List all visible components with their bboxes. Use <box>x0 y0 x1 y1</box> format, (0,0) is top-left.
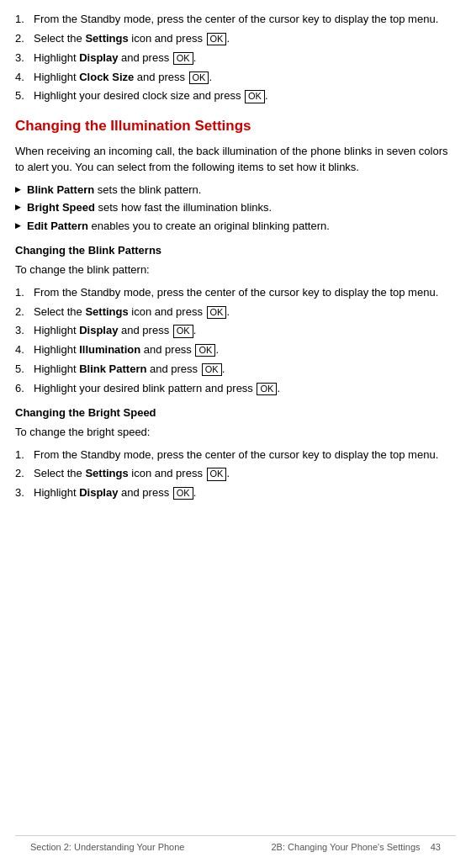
step-3: 3. Highlight Display and press OK. <box>15 50 456 66</box>
bright-speed-heading: Changing the Bright Speed <box>15 405 456 421</box>
bullet-blink-pattern: Blink Pattern sets the blink pattern. <box>15 183 456 198</box>
blink-step-1: 1. From the Standby mode, press the cent… <box>15 285 456 301</box>
illumination-bullets: Blink Pattern sets the blink pattern. Br… <box>15 183 456 236</box>
footer-section-label: Section 2: Understanding Your Phone <box>30 841 184 855</box>
step-4: 4. Highlight Clock Size and press OK. <box>15 70 456 86</box>
blink-steps: 1. From the Standby mode, press the cent… <box>15 285 456 397</box>
bright-steps: 1. From the Standby mode, press the cent… <box>15 447 456 502</box>
page-footer: Section 2: Understanding Your Phone 2B: … <box>15 835 456 855</box>
blink-step-4: 4. Highlight Illumination and press OK. <box>15 342 456 358</box>
bright-intro: To change the bright speed: <box>15 425 456 441</box>
step-1: 1. From the Standby mode, press the cent… <box>15 12 456 28</box>
bright-step-1: 1. From the Standby mode, press the cent… <box>15 447 456 463</box>
illumination-intro: When receiving an incoming call, the bac… <box>15 144 456 176</box>
step-2: 2. Select the Settings icon and press OK… <box>15 31 456 47</box>
initial-steps: 1. From the Standby mode, press the cent… <box>15 12 456 104</box>
step-5: 5. Highlight your desired clock size and… <box>15 88 456 104</box>
ok-badge: OK <box>257 383 277 395</box>
ok-badge: OK <box>189 71 209 84</box>
ok-badge: OK <box>245 90 265 103</box>
page-content: 1. From the Standby mode, press the cent… <box>15 12 456 861</box>
ok-badge: OK <box>195 344 215 357</box>
blink-step-6: 6. Highlight your desired blink pattern … <box>15 381 456 397</box>
ok-badge: OK <box>173 325 193 337</box>
footer-chapter-label: 2B: Changing Your Phone's Settings 43 <box>272 842 442 852</box>
ok-badge: OK <box>173 487 193 500</box>
blink-step-2: 2. Select the Settings icon and press OK… <box>15 304 456 320</box>
blink-intro: To change the blink pattern: <box>15 262 456 278</box>
ok-badge: OK <box>207 468 227 480</box>
illumination-heading: Changing the Illumination Settings <box>15 116 456 137</box>
bright-step-2: 2. Select the Settings icon and press OK… <box>15 466 456 482</box>
blink-step-5: 5. Highlight Blink Pattern and press OK. <box>15 362 456 378</box>
ok-badge: OK <box>207 306 227 319</box>
blink-step-3: 3. Highlight Display and press OK. <box>15 323 456 339</box>
bright-step-3: 3. Highlight Display and press OK. <box>15 485 456 501</box>
ok-badge: OK <box>173 52 193 65</box>
bullet-bright-speed: Bright Speed sets how fast the illuminat… <box>15 200 456 216</box>
ok-badge: OK <box>202 363 222 376</box>
blink-patterns-heading: Changing the Blink Patterns <box>15 243 456 259</box>
ok-badge: OK <box>207 33 227 45</box>
bullet-edit-pattern: Edit Pattern enables you to create an or… <box>15 219 456 235</box>
